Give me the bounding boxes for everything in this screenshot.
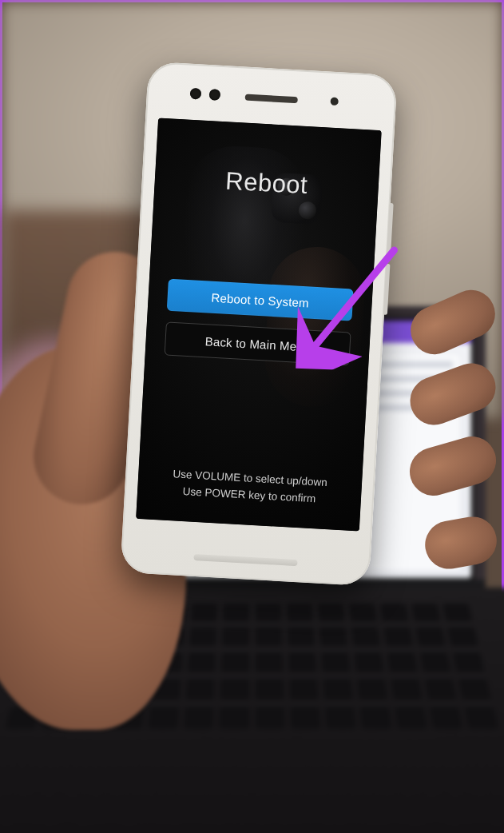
photo-of-phone-recovery-menu: { "recovery": { "title": "Reboot", "opti… [0,0,504,833]
proximity-sensor-icon [330,98,339,106]
annotation-arrow-icon [296,241,404,372]
phone-top-bezel [165,78,377,126]
front-camera-icon [209,89,221,101]
front-camera-icon [190,88,202,100]
phone-chin [193,554,297,566]
earpiece-speaker [245,94,298,104]
hand-fingers [423,282,504,626]
